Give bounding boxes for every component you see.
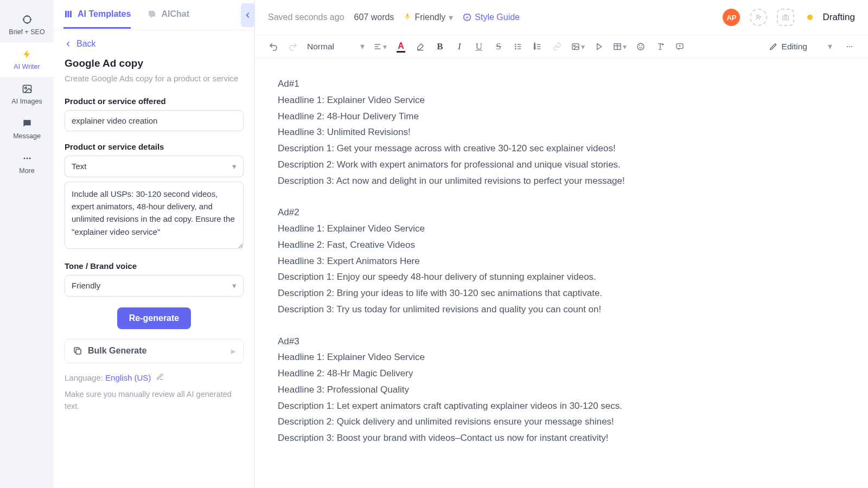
top-bar: Saved seconds ago 607 words Friendly ▾ S… (255, 0, 868, 35)
numbered-list-button[interactable]: 123 (532, 40, 543, 53)
document-body[interactable]: Ad#1Headline 1: Explainer Video ServiceH… (255, 59, 868, 488)
language-value[interactable]: English (US) (105, 373, 151, 382)
details-textarea[interactable] (65, 182, 244, 249)
tone-dropdown[interactable]: Friendly ▾ (404, 12, 453, 23)
details-type-value: Text (72, 162, 87, 171)
svg-point-7 (23, 158, 25, 159)
user-avatar[interactable]: AP (723, 9, 740, 26)
nav-ai-writer[interactable]: AI Writer (0, 42, 54, 77)
tab-ai-chat[interactable]: AIChat (147, 2, 189, 29)
svg-rect-11 (407, 14, 409, 17)
nav-more-label: More (19, 167, 34, 175)
strikethrough-button[interactable]: S (493, 40, 504, 53)
doc-line: Headline 3: Unlimited Revisions! (278, 124, 845, 140)
doc-line: Headline 1: Explainer Video Service (278, 349, 845, 365)
nav-more[interactable]: More (0, 146, 54, 181)
chevron-down-icon: ▾ (232, 162, 237, 171)
style-guide-link[interactable]: Style Guide (463, 12, 520, 22)
doc-line: Headline 3: Professional Quality (278, 382, 845, 398)
status-label[interactable]: Drafting (822, 12, 855, 23)
doc-line: Ad#1 (278, 76, 845, 92)
doc-line: Headline 3: Expert Animators Here (278, 253, 845, 269)
clear-format-button[interactable] (655, 40, 666, 53)
doc-line: Ad#2 (278, 204, 845, 221)
svg-point-35 (637, 43, 644, 50)
svg-point-0 (23, 16, 30, 23)
language-label: Language: (65, 373, 105, 382)
camera-icon (782, 14, 789, 21)
chevron-left-icon (65, 40, 72, 48)
message-icon (22, 118, 33, 129)
link-button[interactable] (552, 40, 563, 53)
bold-button[interactable]: B (435, 40, 445, 53)
redo-button[interactable] (288, 40, 298, 53)
text-color-button[interactable]: A (395, 40, 406, 53)
target-icon (22, 14, 33, 25)
panel-body: Back Google Ad copy Create Google Ads co… (54, 30, 254, 423)
bolt-icon (22, 49, 33, 60)
mode-select[interactable]: Editing ▾ (769, 42, 832, 52)
table-button[interactable]: ▾ (613, 40, 627, 53)
edit-language-icon[interactable] (156, 373, 164, 382)
chat-icon (147, 9, 157, 19)
nav-images-label: AI Images (11, 98, 42, 105)
panel-description: Create Google Ads copy for a product or … (65, 73, 244, 85)
comment-button[interactable] (674, 40, 685, 53)
chevron-down-icon: ▾ (449, 12, 453, 23)
nav-message[interactable]: Message (0, 112, 54, 146)
chevron-down-icon: ▾ (828, 42, 832, 52)
image-icon (22, 84, 33, 94)
mode-label: Editing (782, 42, 807, 52)
svg-rect-10 (76, 349, 81, 354)
doc-line: Headline 2: Fast, Creative Videos (278, 237, 845, 253)
svg-point-37 (642, 46, 642, 46)
svg-point-43 (851, 46, 852, 47)
doc-line: Description 2: Bring your ideas to life … (278, 285, 845, 301)
video-button[interactable] (593, 40, 604, 53)
italic-button[interactable]: I (454, 40, 465, 53)
user-plus-icon (755, 14, 762, 21)
back-label: Back (76, 39, 96, 49)
details-type-select[interactable]: Text ▾ (65, 156, 244, 177)
media-placeholder-button[interactable] (777, 9, 794, 26)
status-dot-icon (807, 15, 813, 20)
chevron-down-icon: ▾ (360, 42, 365, 52)
svg-point-36 (640, 46, 640, 46)
undo-button[interactable] (268, 40, 279, 53)
underline-button[interactable]: U (474, 40, 484, 53)
mic-icon (404, 12, 411, 22)
tab-ai-templates[interactable]: AI Templates (63, 2, 131, 29)
more-options-button[interactable] (844, 40, 855, 53)
svg-point-18 (515, 44, 516, 44)
image-button[interactable]: ▾ (571, 40, 585, 53)
svg-point-14 (785, 17, 787, 18)
product-input[interactable] (65, 110, 244, 131)
svg-text:3: 3 (534, 47, 535, 50)
editor-toolbar: Normal ▾ ▾ A B I U S 123 ▾ ▾ Editing ▾ (255, 35, 868, 59)
bulk-generate-button[interactable]: Bulk Generate ▸ (65, 339, 244, 363)
panel-title: Google Ad copy (65, 57, 244, 69)
nav-ai-images[interactable]: AI Images (0, 77, 54, 112)
text-style-select[interactable]: Normal ▾ (307, 42, 365, 52)
panel-tabs: AI Templates AIChat (54, 0, 254, 30)
back-link[interactable]: Back (65, 39, 244, 49)
svg-point-42 (849, 46, 850, 47)
tone-value: Friendly (72, 281, 100, 290)
tone-select[interactable]: Friendly ▾ (65, 275, 244, 297)
add-collaborator-button[interactable] (750, 9, 767, 26)
caret-right-icon: ▸ (231, 346, 235, 356)
doc-line: Description 3: Act now and delight in ou… (278, 173, 845, 189)
save-status: Saved seconds ago (268, 12, 344, 22)
nav-writer-label: AI Writer (14, 63, 40, 70)
checkbadge-icon (463, 13, 471, 22)
bullet-list-button[interactable] (513, 40, 524, 53)
align-button[interactable]: ▾ (373, 40, 387, 53)
editor-main: Saved seconds ago 607 words Friendly ▾ S… (255, 0, 868, 488)
emoji-button[interactable] (635, 40, 646, 53)
regenerate-button[interactable]: Re-generate (117, 307, 191, 329)
nav-brief-seo[interactable]: Brief + SEO (0, 8, 54, 42)
collapse-panel-button[interactable] (241, 3, 255, 27)
highlight-button[interactable] (415, 40, 426, 53)
left-nav: Brief + SEO AI Writer AI Images Message … (0, 0, 54, 488)
language-row: Language: English (US) (65, 373, 244, 382)
